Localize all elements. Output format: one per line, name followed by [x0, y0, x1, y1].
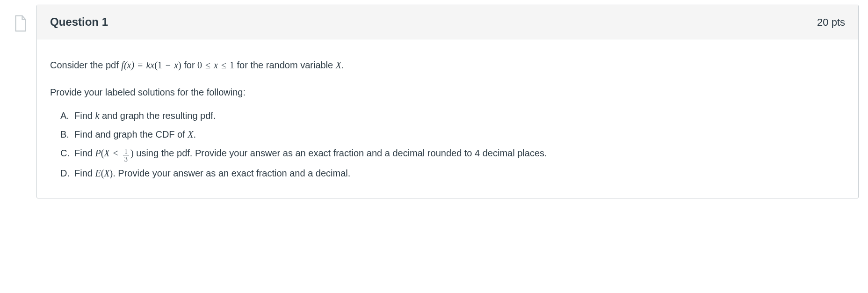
math-X: X: [336, 60, 341, 70]
text: Find: [74, 110, 95, 121]
document-icon: [14, 15, 27, 32]
text: for: [181, 60, 197, 70]
part-a: A. Find k and graph the resulting pdf.: [60, 108, 845, 124]
text: . Provide your answer as an exact fracti…: [113, 168, 350, 178]
question-body: Consider the pdf f(x) = kx(1 − x) for 0 …: [37, 39, 858, 198]
part-marker: D.: [60, 165, 70, 181]
part-marker: C.: [60, 145, 70, 161]
fraction-one-third: 13: [123, 148, 129, 163]
question-points: 20 pts: [817, 15, 845, 30]
part-b: B. Find and graph the CDF of X.: [60, 126, 845, 142]
text: Find: [74, 168, 95, 178]
math-range: 0 ≤ x ≤ 1: [197, 60, 234, 70]
math-X: X: [188, 129, 193, 139]
question-header: Question 1 20 pts: [37, 5, 858, 39]
part-c: C. Find P(X < 13) using the pdf. Provide…: [60, 145, 845, 162]
question-title: Question 1: [50, 14, 108, 30]
math-prob: P(X < 13): [95, 148, 133, 158]
text: Consider the pdf: [50, 60, 121, 70]
parts-list: A. Find k and graph the resulting pdf. B…: [50, 108, 845, 181]
instruction-text: Provide your labeled solutions for the f…: [50, 85, 845, 99]
math-expectation: E(X): [95, 168, 113, 178]
text: Find and graph the CDF of: [74, 129, 188, 139]
part-marker: A.: [60, 108, 69, 124]
text: .: [194, 129, 196, 139]
part-marker: B.: [60, 126, 69, 142]
text: .: [341, 60, 344, 70]
text: Find: [74, 148, 95, 158]
question-card: Question 1 20 pts Consider the pdf f(x) …: [36, 5, 859, 198]
text: using the pdf. Provide your answer as an…: [134, 148, 547, 158]
question-wrapper: Question 1 20 pts Consider the pdf f(x) …: [9, 5, 859, 198]
question-prompt: Consider the pdf f(x) = kx(1 − x) for 0 …: [50, 58, 845, 72]
text: and graph the resulting pdf.: [99, 110, 216, 121]
part-d: D. Find E(X). Provide your answer as an …: [60, 165, 845, 181]
text: for the random variable: [234, 60, 336, 70]
math-f-of-x: f(x) = kx(1 − x): [121, 60, 181, 70]
